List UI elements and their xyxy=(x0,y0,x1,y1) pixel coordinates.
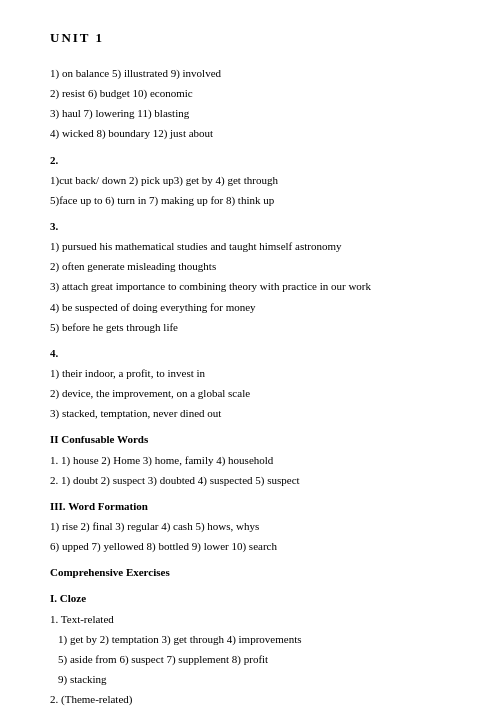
section-heading: Comprehensive Exercises xyxy=(50,563,454,581)
line: 1) their indoor, a profit, to invest in xyxy=(50,364,454,382)
line: 5)face up to 6) turn in 7) making up for… xyxy=(50,191,454,209)
line: 5) before he gets through life xyxy=(50,318,454,336)
section-confusable: II Confusable Words 1. 1) house 2) Home … xyxy=(50,430,454,488)
line: 2. (Theme-related) xyxy=(50,690,454,708)
section-heading: 4. xyxy=(50,344,454,362)
page-title: UNIT 1 xyxy=(50,30,454,46)
line: 1) get by 2) temptation 3) get through 4… xyxy=(58,630,454,648)
line: 5) aside from 6) suspect 7) supplement 8… xyxy=(58,650,454,668)
section-word-formation: III. Word Formation 1) rise 2) final 3) … xyxy=(50,497,454,555)
section-2: 2. 1)cut back/ down 2) pick up3) get by … xyxy=(50,151,454,209)
line: 4) be suspected of doing everything for … xyxy=(50,298,454,316)
line: 2) device, the improvement, on a global … xyxy=(50,384,454,402)
section-1: 1) on balance 5) illustrated 9) involved… xyxy=(50,64,454,143)
section-3: 3. 1) pursued his mathematical studies a… xyxy=(50,217,454,336)
section-heading: 2. xyxy=(50,151,454,169)
line: 2) resist 6) budget 10) economic xyxy=(50,84,454,102)
section-heading: 3. xyxy=(50,217,454,235)
section-comprehensive: Comprehensive Exercises I. Cloze 1. Text… xyxy=(50,563,454,713)
cloze-heading: I. Cloze xyxy=(50,589,454,607)
line: 1. Text-related xyxy=(50,610,454,628)
section-heading: III. Word Formation xyxy=(50,497,454,515)
line: 3) haul 7) lowering 11) blasting xyxy=(50,104,454,122)
line: 1)cut back/ down 2) pick up3) get by 4) … xyxy=(50,171,454,189)
line: 1) pursued his mathematical studies and … xyxy=(50,237,454,255)
line: 2. 1) doubt 2) suspect 3) doubted 4) sus… xyxy=(50,471,454,489)
line: 6) upped 7) yellowed 8) bottled 9) lower… xyxy=(50,537,454,555)
section-heading: II Confusable Words xyxy=(50,430,454,448)
line: 3) stacked, temptation, never dined out xyxy=(50,404,454,422)
line: 4) wicked 8) boundary 12) just about xyxy=(50,124,454,142)
section-4: 4. 1) their indoor, a profit, to invest … xyxy=(50,344,454,423)
line: 9) stacking xyxy=(58,670,454,688)
line: 1) on balance 5) illustrated 9) involved xyxy=(50,64,454,82)
line: 1. 1) house 2) Home 3) home, family 4) h… xyxy=(50,451,454,469)
line: 1) rise 2) final 3) regular 4) cash 5) h… xyxy=(50,517,454,535)
line: 3) attach great importance to combining … xyxy=(50,277,454,295)
line: 2) often generate misleading thoughts xyxy=(50,257,454,275)
